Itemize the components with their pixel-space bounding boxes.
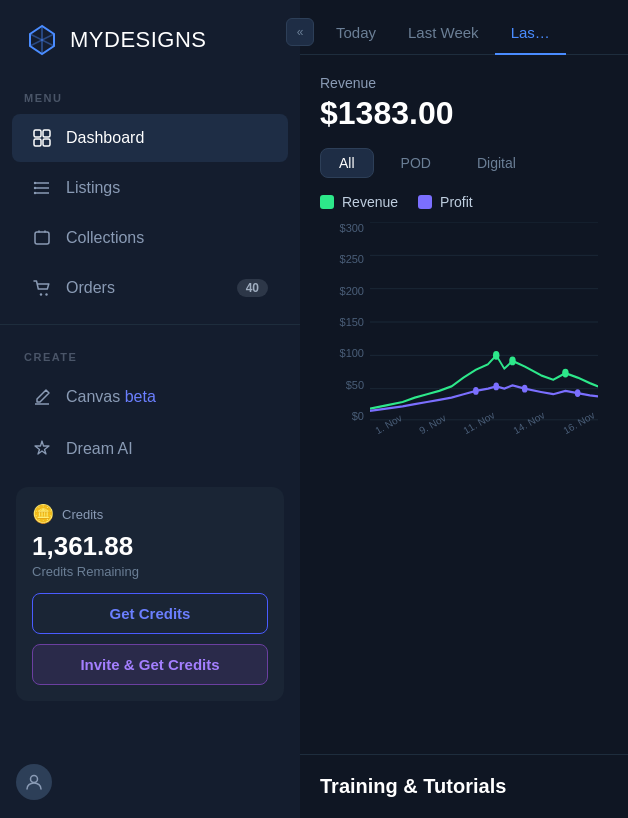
coin-icon: 🪙 <box>32 503 54 525</box>
svg-point-14 <box>31 776 38 783</box>
filter-pod-button[interactable]: POD <box>382 148 450 178</box>
divider-1 <box>0 324 300 325</box>
filter-all-button[interactable]: All <box>320 148 374 178</box>
legend-revenue: Revenue <box>320 194 398 210</box>
tabs-bar: Today Last Week Las… <box>300 0 628 55</box>
tab-last-week[interactable]: Last Week <box>392 16 495 55</box>
canvas-label: Canvas beta <box>66 388 268 406</box>
svg-point-8 <box>34 187 36 189</box>
dream-ai-icon <box>32 439 52 459</box>
sidebar-item-collections[interactable]: Collections <box>12 214 288 262</box>
revenue-dot <box>320 195 334 209</box>
y-label-100: $100 <box>330 347 364 359</box>
orders-badge: 40 <box>237 279 268 297</box>
sidebar-item-orders[interactable]: Orders 40 <box>12 264 288 312</box>
credits-box: 🪙 Credits 1,361.88 Credits Remaining Get… <box>16 487 284 701</box>
avatar[interactable] <box>16 764 52 800</box>
canvas-icon <box>32 387 52 407</box>
logo-icon <box>24 22 60 58</box>
legend-profit: Profit <box>418 194 473 210</box>
tab-today[interactable]: Today <box>320 16 392 55</box>
sidebar-item-listings[interactable]: Listings <box>12 164 288 212</box>
profit-dot <box>418 195 432 209</box>
profit-legend-label: Profit <box>440 194 473 210</box>
svg-point-28 <box>575 389 581 397</box>
sidebar: « MYDESIGNS MENU Dashboard <box>0 0 300 818</box>
svg-point-22 <box>493 351 500 360</box>
orders-label: Orders <box>66 279 223 297</box>
svg-rect-3 <box>43 139 50 146</box>
listings-icon <box>32 178 52 198</box>
dream-ai-label: Dream AI <box>66 440 268 458</box>
svg-point-7 <box>34 182 36 184</box>
credits-sub: Credits Remaining <box>32 564 268 579</box>
y-label-0: $0 <box>330 410 364 422</box>
sidebar-item-dashboard[interactable]: Dashboard <box>12 114 288 162</box>
training-section: Training & Tutorials <box>300 754 628 818</box>
invite-get-credits-button[interactable]: Invite & Get Credits <box>32 644 268 685</box>
svg-rect-2 <box>34 139 41 146</box>
y-label-300: $300 <box>330 222 364 234</box>
revenue-section: Revenue $1383.00 All POD Digital Revenue… <box>300 55 628 452</box>
y-label-150: $150 <box>330 316 364 328</box>
svg-point-12 <box>45 293 47 295</box>
svg-point-9 <box>34 192 36 194</box>
revenue-amount: $1383.00 <box>320 95 608 132</box>
chart-svg <box>370 222 598 422</box>
y-label-50: $50 <box>330 379 364 391</box>
collapse-button[interactable]: « <box>286 18 314 46</box>
chart-legend: Revenue Profit <box>320 194 608 210</box>
filter-buttons: All POD Digital <box>320 148 608 178</box>
revenue-legend-label: Revenue <box>342 194 398 210</box>
sidebar-item-dream-ai[interactable]: Dream AI <box>12 425 288 473</box>
orders-icon <box>32 278 52 298</box>
create-section-label: CREATE <box>0 335 300 371</box>
get-credits-button[interactable]: Get Credits <box>32 593 268 634</box>
svg-rect-1 <box>43 130 50 137</box>
y-label-200: $200 <box>330 285 364 297</box>
svg-point-25 <box>473 387 479 395</box>
svg-point-23 <box>509 356 516 365</box>
collections-icon <box>32 228 52 248</box>
training-title: Training & Tutorials <box>320 775 608 798</box>
canvas-beta-badge: beta <box>125 388 156 405</box>
svg-rect-0 <box>34 130 41 137</box>
y-label-250: $250 <box>330 253 364 265</box>
credits-amount: 1,361.88 <box>32 531 268 562</box>
dashboard-icon <box>32 128 52 148</box>
svg-point-26 <box>493 383 499 391</box>
svg-rect-10 <box>35 232 49 244</box>
logo-text: MYDESIGNS <box>70 27 207 53</box>
listings-label: Listings <box>66 179 268 197</box>
chart-area: $300 $250 $200 $150 $100 $50 $0 <box>320 222 608 442</box>
logo-area: MYDESIGNS <box>0 0 300 76</box>
nav-menu: Dashboard Listings <box>0 112 300 314</box>
svg-point-11 <box>40 293 42 295</box>
filter-digital-button[interactable]: Digital <box>458 148 535 178</box>
svg-point-24 <box>562 369 569 378</box>
collections-label: Collections <box>66 229 268 247</box>
tab-last[interactable]: Las… <box>495 16 566 55</box>
credits-header: 🪙 Credits <box>32 503 268 525</box>
revenue-label: Revenue <box>320 75 608 91</box>
spacer <box>300 452 628 754</box>
menu-section-label: MENU <box>0 76 300 112</box>
main-content: Today Last Week Las… Revenue $1383.00 Al… <box>300 0 628 818</box>
svg-point-27 <box>522 385 528 393</box>
dashboard-label: Dashboard <box>66 129 268 147</box>
credits-label: Credits <box>62 507 103 522</box>
sidebar-item-canvas[interactable]: Canvas beta <box>12 373 288 421</box>
